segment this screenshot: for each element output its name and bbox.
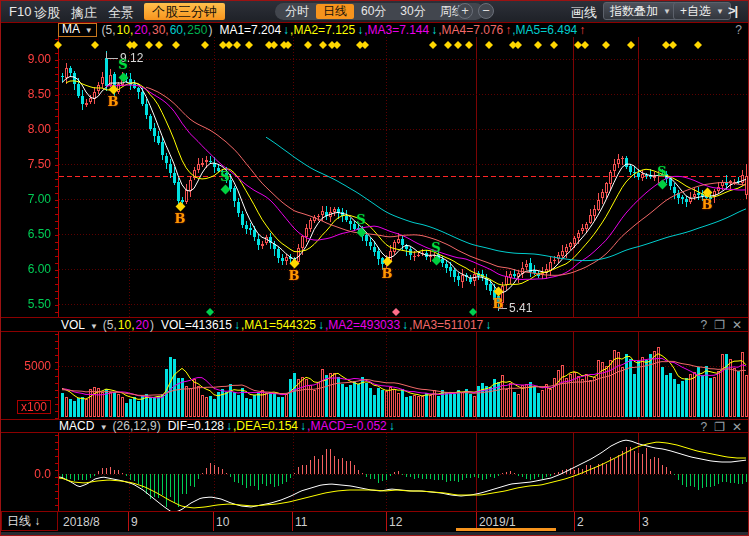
vol-row-value: ,MA2=493033 bbox=[325, 318, 400, 332]
date-tick-label: 11 bbox=[295, 515, 307, 529]
menu-item-1[interactable]: F10 bbox=[9, 4, 31, 19]
macd-row-value: ,MACD=-0.052 bbox=[307, 419, 387, 433]
menu-item-3[interactable]: 擒庄 bbox=[71, 4, 97, 22]
tab-period-3[interactable]: 60分 bbox=[354, 4, 393, 19]
ma-row-param: ) bbox=[208, 23, 212, 37]
maximize-icon[interactable]: ❐ bbox=[714, 420, 725, 434]
buy-diamond-icon bbox=[108, 85, 118, 95]
macd-row-value: DIF=0.128 bbox=[168, 419, 224, 433]
buy-letter: B bbox=[379, 267, 395, 280]
ma-row-param: 10, bbox=[117, 23, 134, 37]
ma-row-value: ,MA5=6.494 bbox=[512, 23, 577, 37]
vol-row-value: ,MA1=544325 bbox=[241, 318, 316, 332]
zoom-out-button[interactable]: − bbox=[478, 3, 494, 19]
arrow-up-icon: ↑ bbox=[579, 23, 585, 37]
sell-diamond-icon bbox=[356, 228, 366, 238]
arrow-down-icon: ↓ bbox=[402, 318, 408, 332]
arrow-down-icon: ↓ bbox=[226, 419, 232, 433]
sell-marker: S bbox=[217, 170, 233, 193]
help-icon[interactable]: ? bbox=[735, 23, 742, 37]
vol-indicator-header: VOL ▼(5,10,20)VOL=413615↓,MA1=544325↓,MA… bbox=[1, 317, 748, 332]
menu-item-2[interactable]: 诊股 bbox=[34, 4, 60, 22]
arrow-down-icon: ↓ bbox=[431, 23, 437, 37]
buy-marker: B bbox=[379, 258, 395, 280]
help-icon[interactable]: ? bbox=[700, 420, 707, 434]
buy-diamond-icon bbox=[382, 257, 392, 267]
sell-diamond-icon bbox=[431, 256, 441, 266]
price-axis-tick: 8.50 bbox=[3, 88, 51, 100]
ma-row-param: 60, bbox=[170, 23, 187, 37]
stock-chart-window: F10诊股擒庄全景 个股三分钟 分时日线60分30分周线▼ + − 画线 指数叠… bbox=[0, 0, 749, 536]
tab-period-1[interactable]: 分时 bbox=[278, 4, 316, 19]
arrow-down-icon: ↓ bbox=[234, 318, 240, 332]
ma-row-value: ,MA3=7.144 bbox=[364, 23, 429, 37]
buy-letter: B bbox=[286, 269, 302, 282]
arrow-down-icon: ↓ bbox=[357, 23, 363, 37]
ma-row-value: ,MA2=7.125 bbox=[290, 23, 355, 37]
vol-row-param: 20 bbox=[136, 318, 149, 332]
sell-letter: S bbox=[115, 58, 131, 71]
volume-chart[interactable] bbox=[1, 332, 749, 419]
chevron-down-icon: ▼ bbox=[716, 7, 724, 16]
top-toolbar: F10诊股擒庄全景 个股三分钟 分时日线60分30分周线▼ + − 画线 指数叠… bbox=[1, 1, 748, 22]
horizontal-scrollbar-thumb[interactable] bbox=[456, 528, 556, 531]
period-selector[interactable]: 日线 ↓ bbox=[1, 511, 58, 531]
sell-marker: S bbox=[115, 58, 131, 81]
ma-row-param: 20, bbox=[134, 23, 151, 37]
chevron-down-icon: ▼ bbox=[85, 26, 93, 35]
collapse-panel-icon[interactable]: >| bbox=[728, 3, 737, 18]
close-icon[interactable]: ✕ bbox=[732, 420, 742, 434]
zoom-in-button[interactable]: + bbox=[457, 3, 473, 19]
stock-3min-button[interactable]: 个股三分钟 bbox=[144, 3, 225, 20]
sell-letter: S bbox=[654, 165, 670, 178]
date-tick-line bbox=[292, 512, 293, 531]
sell-diamond-icon bbox=[220, 185, 230, 195]
price-axis-tick: 8.00 bbox=[3, 123, 51, 135]
tab-period-4[interactable]: 30分 bbox=[393, 4, 432, 19]
macd-row-value: ,DEA=0.154 bbox=[233, 419, 298, 433]
buy-marker: B bbox=[286, 260, 302, 282]
buy-letter: B bbox=[490, 297, 506, 310]
sell-diamond-icon bbox=[657, 180, 667, 190]
chevron-down-icon: ▼ bbox=[663, 7, 671, 16]
close-icon[interactable]: ✕ bbox=[732, 318, 742, 332]
buy-diamond-icon bbox=[493, 287, 503, 297]
date-tick-line bbox=[128, 512, 129, 531]
sell-letter: S bbox=[217, 170, 233, 183]
period-tab-group: 分时日线60分30分周线▼ bbox=[275, 3, 484, 20]
macd-row-param: (26,12,9) bbox=[113, 419, 161, 433]
price-axis-tick: 9.00 bbox=[3, 53, 51, 65]
ma-row-param: (5, bbox=[102, 23, 116, 37]
date-tick-line bbox=[386, 512, 387, 531]
draw-line-button[interactable]: 画线 bbox=[571, 4, 597, 22]
ma-row-dropdown[interactable]: MA ▼ bbox=[58, 23, 97, 37]
sell-marker: S bbox=[353, 213, 369, 236]
sell-marker: S bbox=[654, 165, 670, 188]
period-label: 日线 bbox=[7, 514, 31, 528]
buy-marker: B bbox=[105, 86, 121, 108]
chevron-down-icon: ▼ bbox=[100, 423, 108, 432]
add-watchlist-button[interactable]: +自选 ▼ bbox=[673, 2, 731, 20]
arrow-up-icon: ↑ bbox=[505, 23, 511, 37]
ma-row-value: MA1=7.204 bbox=[219, 23, 281, 37]
index-overlay-button[interactable]: 指数叠加 ▼ bbox=[603, 2, 678, 20]
sell-marker: S bbox=[428, 241, 444, 264]
vol-row-value: ,MA3=511017 bbox=[409, 318, 483, 332]
menu-item-4[interactable]: 全景 bbox=[108, 4, 134, 22]
main-candlestick-chart[interactable] bbox=[1, 37, 749, 317]
help-icon[interactable]: ? bbox=[700, 318, 707, 332]
macd-row-dropdown[interactable]: MACD ▼ bbox=[59, 419, 108, 433]
date-tick-label: 2018/8 bbox=[63, 515, 100, 529]
macd-chart[interactable] bbox=[1, 433, 749, 511]
ma-row-param: 250 bbox=[187, 23, 207, 37]
macd-zero-tick: 0.0 bbox=[3, 468, 51, 480]
vol-row-dropdown[interactable]: VOL ▼ bbox=[61, 318, 98, 332]
ma-row-param: 30, bbox=[152, 23, 169, 37]
macd-indicator-header: MACD ▼(26,12,9)DIF=0.128↓,DEA=0.154↓,MAC… bbox=[1, 419, 748, 433]
macd-row-icons: ?❐✕ bbox=[700, 420, 742, 434]
tab-period-2[interactable]: 日线 bbox=[316, 4, 354, 19]
buy-diamond-icon bbox=[175, 202, 185, 212]
volume-unit-badge: x100 bbox=[17, 400, 51, 414]
maximize-icon[interactable]: ❐ bbox=[714, 318, 725, 332]
price-axis-tick: 6.50 bbox=[3, 228, 51, 240]
